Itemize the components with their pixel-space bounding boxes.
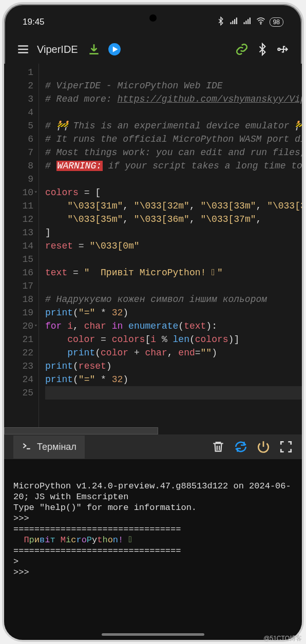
terminal-prompt-icon [22,441,32,453]
terminal-output[interactable]: MicroPython v1.24.0-preview.47.g88513d12… [4,459,302,640]
battery-indicator: 98 [270,17,283,27]
power-icon[interactable] [257,440,270,453]
svg-point-2 [278,48,280,50]
horizontal-scrollbar[interactable] [4,427,158,434]
code-content[interactable]: # ViperIDE - MicroPython Web IDE# Read m… [39,64,302,434]
terminal-toolbar: Термінал [4,434,302,459]
phone-frame: 19:45 98 ViperIDE [2,2,304,642]
trash-icon[interactable] [212,440,225,453]
bluetooth-button-icon[interactable] [256,43,269,56]
menu-icon[interactable] [16,43,30,56]
bluetooth-icon [216,16,225,28]
svg-point-0 [260,23,261,24]
terminal-tab-label: Термінал [37,442,76,452]
terminal-tab[interactable]: Термінал [13,435,85,459]
download-icon[interactable] [87,43,101,56]
camera-notch [149,14,157,22]
fullscreen-icon[interactable] [279,440,293,453]
watermark: @51CTO博客 [263,634,302,643]
refresh-icon[interactable] [234,440,247,453]
status-icons: 98 [216,16,283,28]
usb-icon[interactable] [276,43,290,56]
wifi-icon [256,16,265,28]
link-icon[interactable] [235,43,248,56]
app-title: ViperIDE [37,44,78,55]
play-icon[interactable] [108,43,121,56]
home-indicator[interactable] [102,633,204,636]
signal-icon-2 [243,16,252,28]
code-editor[interactable]: 12345678910˅11121314151617181920˅2122232… [4,64,302,434]
signal-icon-1 [230,16,239,28]
line-gutter: 12345678910˅11121314151617181920˅2122232… [4,64,39,434]
status-time: 19:45 [23,17,45,27]
app-toolbar: ViperIDE [4,35,302,64]
